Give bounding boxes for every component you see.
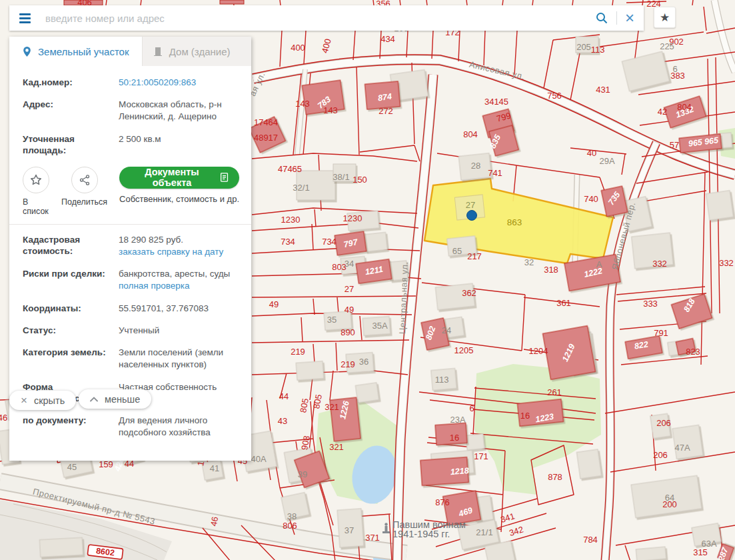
map-label: 65 — [452, 246, 462, 256]
map-label: 150 — [353, 175, 367, 185]
field-value: 50:21:0050209:863 — [119, 77, 238, 89]
map-label: 734 — [322, 237, 337, 247]
add-to-list-button[interactable]: В список — [23, 167, 49, 216]
map-label: 47A — [674, 443, 690, 453]
divider — [9, 224, 251, 225]
favorites-button[interactable]: ★ — [654, 7, 676, 28]
map-label: 38/1 — [333, 172, 349, 182]
tab-house-building[interactable]: Дом (здание) — [142, 37, 251, 66]
close-icon: × — [21, 394, 27, 407]
field-row: Координаты:55.591701, 37.767083 — [23, 303, 238, 315]
map-label: 434 — [380, 34, 395, 44]
divider — [616, 11, 617, 25]
star-icon: ★ — [660, 11, 670, 25]
map-label: 804 — [463, 129, 478, 139]
map-label: 143 — [295, 99, 310, 109]
object-documents-button[interactable]: Документы объекта — [119, 167, 239, 189]
menu-button[interactable] — [9, 5, 40, 31]
field-label: Кад.номер: — [23, 77, 116, 89]
document-icon — [220, 172, 229, 183]
map-label: 49 — [269, 299, 279, 309]
hide-panel-button[interactable]: × скрыть — [9, 391, 76, 410]
field-value-text: 55.591701, 37.767083 — [119, 303, 238, 315]
map-label: 113 — [435, 375, 449, 385]
map-label: 371 — [365, 533, 380, 543]
share-icon — [79, 174, 91, 186]
map-label: 333 — [643, 299, 658, 309]
field-row: Риски при сделки:банкротства, аресты, су… — [23, 268, 238, 292]
collapse-panel-button[interactable]: меньше — [79, 389, 151, 409]
actions-row: В список Поделиться Документы объекта Со… — [23, 167, 238, 216]
docs-button-label: Документы объекта — [130, 167, 214, 188]
less-label: меньше — [105, 394, 140, 405]
map-label: 217 — [467, 251, 482, 261]
field-value: Для ведения личного подсобного хозяйства — [119, 415, 238, 439]
share-button[interactable]: Поделиться — [61, 167, 107, 207]
map-label: 46 — [0, 413, 7, 423]
search-input[interactable] — [40, 13, 595, 24]
map-label: 332 — [719, 258, 734, 268]
map-label: 45 — [67, 462, 77, 472]
field-value: Московская область, р-н Ленинский, д. Ащ… — [119, 99, 238, 123]
field-value: банкротства, аресты, судыполная проверка — [119, 268, 238, 292]
map-label: 321 — [329, 442, 344, 452]
building-icon — [153, 46, 164, 57]
field-value: Учтенный — [119, 325, 238, 337]
field-label: Риски при сделки: — [23, 268, 116, 292]
map-label: 48917 — [254, 133, 278, 143]
map-label: 39 — [298, 469, 307, 479]
search-button[interactable] — [595, 11, 608, 25]
field-link[interactable]: 50:21:0050209:863 — [119, 77, 238, 89]
map-label: 23A — [450, 415, 465, 425]
map-label: 431 — [596, 85, 610, 95]
field-value-text: Учтенный — [119, 325, 238, 337]
field-value: 18 290 825 руб.заказать справку на дату — [119, 234, 238, 258]
field-link[interactable]: заказать справку на дату — [119, 246, 238, 258]
star-outline-icon — [29, 173, 43, 187]
field-label: Кадастровая стоимость: — [23, 234, 116, 258]
field-value-text: 2 500 кв.м — [119, 133, 238, 145]
map-label: 57 — [670, 140, 679, 150]
map-label: 219 — [291, 347, 305, 357]
docs-caption: Собственник, стоимость и др. — [119, 194, 239, 204]
field-row: по документу:Для ведения личного подсобн… — [23, 415, 238, 439]
search-icon — [595, 11, 608, 25]
map-label: 740 — [584, 194, 598, 204]
map-label: 16 — [520, 411, 530, 421]
field-row: Кад.номер:50:21:0050209:863 — [23, 77, 238, 89]
field-label: Адрес: — [23, 99, 116, 123]
hide-label: скрыть — [34, 395, 65, 406]
map-label: 272 — [378, 106, 393, 116]
map-label: 804 — [677, 102, 692, 112]
map-label: 332 — [652, 259, 667, 269]
hamburger-icon — [19, 13, 31, 15]
map-label: 219 — [341, 359, 355, 369]
map-label: 21/1 — [476, 527, 492, 537]
map-label: 1204 — [529, 346, 548, 356]
field-row: Адрес:Московская область, р-н Ленинский,… — [23, 99, 238, 123]
map-label: 43 — [278, 416, 287, 426]
map-label: 734 — [281, 237, 295, 247]
map-label: 143 — [323, 105, 338, 115]
field-link[interactable]: полная проверка — [119, 280, 238, 292]
share-label: Поделиться — [61, 197, 107, 207]
map-label: 876 — [435, 497, 450, 507]
field-value-text: Для ведения личного подсобного хозяйства — [119, 415, 238, 439]
map-label: 206 — [656, 418, 671, 428]
add-to-list-label: В список — [23, 197, 49, 216]
map-label: 38 — [287, 511, 297, 521]
map-label: 35A — [372, 321, 387, 331]
field-row: Уточненная площадь:2 500 кв.м — [23, 133, 238, 157]
map-label: 806 — [283, 521, 297, 531]
map-label: 36 — [359, 357, 368, 367]
map-label: 47465 — [278, 164, 302, 174]
map-label: 28 — [471, 161, 480, 171]
clear-search-button[interactable]: × — [625, 11, 634, 25]
field-row: Категория земель:Земли поселений (земли … — [23, 347, 238, 371]
map-label: 35 — [327, 315, 337, 325]
map-label: 321 — [325, 402, 339, 412]
map-label: 159 — [99, 459, 113, 469]
tab-land-parcel[interactable]: Земельный участок — [9, 37, 142, 66]
pin-icon — [21, 46, 33, 57]
map-label: 878 — [548, 472, 562, 482]
